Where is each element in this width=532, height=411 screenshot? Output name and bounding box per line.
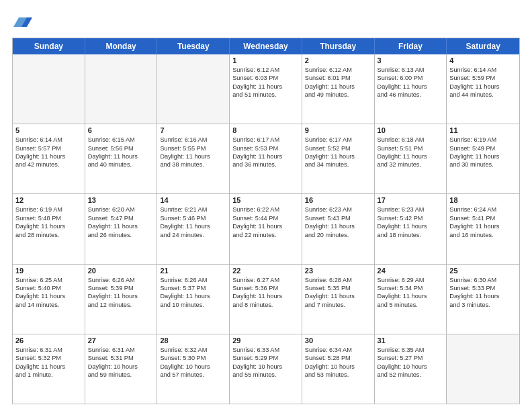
cell-line: Daylight: 11 hours [160, 152, 226, 161]
cell-line: Sunrise: 6:31 AM [88, 346, 154, 354]
day-number: 15 [232, 196, 299, 204]
cell-line: Sunrise: 6:35 AM [378, 346, 444, 354]
calendar-body: 1Sunrise: 6:12 AMSunset: 6:03 PMDaylight… [13, 54, 519, 404]
day-number: 26 [15, 336, 82, 345]
cell-line: Sunrise: 6:26 AM [160, 276, 226, 284]
cell-line: Sunset: 5:41 PM [449, 214, 517, 222]
cell-line: Sunset: 5:48 PM [15, 214, 82, 222]
day-cell-3: 3Sunrise: 6:13 AMSunset: 6:00 PMDaylight… [375, 54, 447, 124]
day-cell-6: 6Sunrise: 6:15 AMSunset: 5:56 PMDaylight… [85, 124, 158, 193]
day-cell-10: 10Sunrise: 6:18 AMSunset: 5:51 PMDayligh… [375, 124, 447, 193]
day-number: 21 [160, 267, 226, 275]
weekday-header-friday: Friday [375, 38, 447, 54]
empty-cell [85, 54, 158, 124]
day-number: 14 [160, 196, 226, 204]
cell-line: and 38 minutes. [160, 161, 226, 169]
weekday-header-sunday: Sunday [13, 38, 85, 54]
cell-line: Sunrise: 6:18 AM [378, 136, 444, 144]
day-number: 31 [378, 336, 444, 345]
day-number: 8 [232, 126, 299, 134]
cell-line: Sunrise: 6:33 AM [232, 346, 299, 354]
cell-line: Daylight: 11 hours [160, 292, 226, 300]
cell-line: and 8 minutes. [232, 301, 299, 309]
cell-line: and 22 minutes. [232, 231, 299, 239]
cell-line: Daylight: 11 hours [15, 363, 82, 371]
cell-line: Sunset: 5:29 PM [232, 354, 299, 362]
cell-line: Sunrise: 6:34 AM [305, 346, 371, 354]
cell-line: Daylight: 11 hours [305, 292, 371, 300]
day-number: 30 [305, 336, 371, 345]
cell-line: Sunset: 5:42 PM [378, 214, 444, 222]
cell-line: Sunrise: 6:12 AM [305, 66, 371, 74]
day-cell-4: 4Sunrise: 6:14 AMSunset: 5:59 PMDaylight… [447, 54, 519, 124]
cell-line: Daylight: 11 hours [88, 222, 154, 230]
cell-line: Sunset: 5:35 PM [305, 284, 371, 292]
day-cell-27: 27Sunrise: 6:31 AMSunset: 5:31 PMDayligh… [85, 334, 158, 404]
cell-line: Sunrise: 6:17 AM [232, 136, 299, 144]
day-number: 29 [232, 336, 299, 345]
day-cell-25: 25Sunrise: 6:30 AMSunset: 5:33 PMDayligh… [447, 265, 519, 334]
empty-cell [447, 334, 519, 404]
cell-line: Sunrise: 6:29 AM [378, 276, 444, 284]
cell-line: Sunrise: 6:30 AM [449, 276, 517, 284]
cell-line: Sunrise: 6:21 AM [160, 205, 226, 214]
cell-line: and 10 minutes. [160, 301, 226, 309]
calendar-row-4: 19Sunrise: 6:25 AMSunset: 5:40 PMDayligh… [13, 265, 519, 334]
day-number: 1 [232, 56, 299, 64]
cell-line: and 16 minutes. [449, 231, 517, 239]
day-number: 28 [160, 336, 226, 345]
calendar-row-1: 1Sunrise: 6:12 AMSunset: 6:03 PMDaylight… [13, 54, 519, 124]
day-number: 4 [449, 56, 517, 64]
cell-line: and 34 minutes. [305, 161, 371, 169]
day-cell-24: 24Sunrise: 6:29 AMSunset: 5:34 PMDayligh… [375, 265, 447, 334]
cell-line: Daylight: 11 hours [232, 292, 299, 300]
cell-line: and 44 minutes. [449, 91, 517, 99]
cell-line: Daylight: 10 hours [160, 363, 226, 371]
day-number: 5 [15, 126, 82, 134]
cell-line: and 53 minutes. [305, 371, 371, 379]
cell-line: Daylight: 11 hours [378, 83, 444, 91]
day-cell-31: 31Sunrise: 6:35 AMSunset: 5:27 PMDayligh… [375, 334, 447, 404]
cell-line: Sunset: 5:32 PM [15, 354, 82, 362]
cell-line: and 20 minutes. [305, 231, 371, 239]
day-cell-30: 30Sunrise: 6:34 AMSunset: 5:28 PMDayligh… [302, 334, 375, 404]
cell-line: Sunset: 5:43 PM [305, 214, 371, 222]
cell-line: Sunset: 5:52 PM [305, 144, 371, 152]
cell-line: and 42 minutes. [15, 161, 82, 169]
cell-line: Sunrise: 6:20 AM [88, 205, 154, 214]
weekday-header-tuesday: Tuesday [157, 38, 230, 54]
day-cell-21: 21Sunrise: 6:26 AMSunset: 5:37 PMDayligh… [157, 265, 230, 334]
empty-cell [157, 54, 230, 124]
cell-line: Sunrise: 6:32 AM [160, 346, 226, 354]
cell-line: Sunset: 6:03 PM [232, 74, 299, 82]
day-cell-13: 13Sunrise: 6:20 AMSunset: 5:47 PMDayligh… [85, 194, 158, 263]
cell-line: Sunrise: 6:12 AM [232, 66, 299, 74]
cell-line: Sunrise: 6:25 AM [15, 276, 82, 284]
day-cell-19: 19Sunrise: 6:25 AMSunset: 5:40 PMDayligh… [13, 265, 85, 334]
cell-line: Daylight: 11 hours [449, 83, 517, 91]
cell-line: and 57 minutes. [160, 371, 226, 379]
calendar: SundayMondayTuesdayWednesdayThursdayFrid… [12, 38, 520, 404]
cell-line: Daylight: 11 hours [449, 152, 517, 161]
cell-line: and 59 minutes. [88, 371, 154, 379]
day-cell-7: 7Sunrise: 6:16 AMSunset: 5:55 PMDaylight… [157, 124, 230, 193]
day-number: 11 [449, 126, 517, 134]
cell-line: and 46 minutes. [378, 91, 444, 99]
cell-line: Daylight: 11 hours [378, 292, 444, 300]
day-number: 24 [378, 267, 444, 275]
day-cell-22: 22Sunrise: 6:27 AMSunset: 5:36 PMDayligh… [230, 265, 302, 334]
calendar-header: SundayMondayTuesdayWednesdayThursdayFrid… [13, 38, 519, 54]
cell-line: Sunset: 5:31 PM [88, 354, 154, 362]
cell-line: Daylight: 11 hours [160, 222, 226, 230]
cell-line: Sunrise: 6:28 AM [305, 276, 371, 284]
cell-line: Sunrise: 6:24 AM [449, 205, 517, 214]
weekday-header-monday: Monday [85, 38, 158, 54]
cell-line: Daylight: 11 hours [232, 83, 299, 91]
cell-line: and 55 minutes. [232, 371, 299, 379]
cell-line: and 24 minutes. [160, 231, 226, 239]
cell-line: Sunset: 5:51 PM [378, 144, 444, 152]
day-number: 17 [378, 196, 444, 204]
cell-line: and 28 minutes. [15, 231, 82, 239]
cell-line: Sunset: 5:55 PM [160, 144, 226, 152]
cell-line: and 52 minutes. [378, 371, 444, 379]
